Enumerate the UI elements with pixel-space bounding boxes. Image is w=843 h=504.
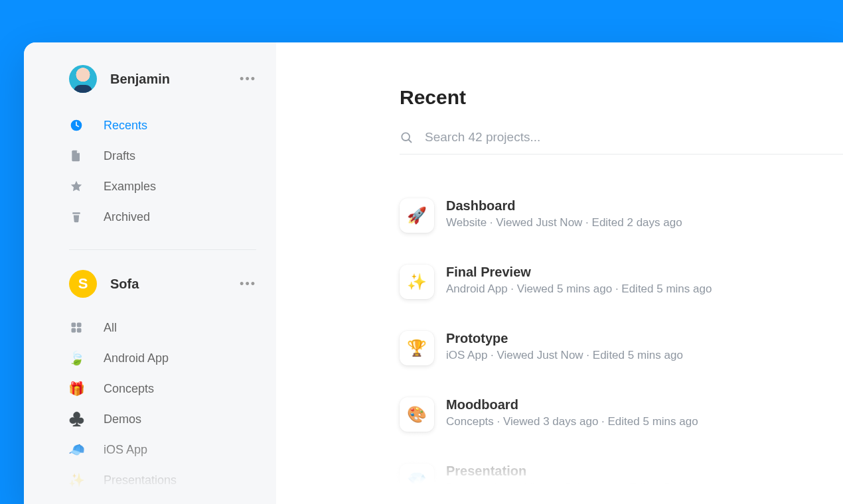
nav-list: RecentsDraftsExamplesArchived [69,110,256,232]
workspace-name: Sofa [110,277,240,292]
project-body: Final PreviewAndroid App · Viewed 5 mins… [446,265,712,296]
project-edited: Edited 5 mins ago [608,415,698,428]
project-meta: Android App · Viewed 5 mins ago · Edited… [446,283,712,296]
nav-item-recents[interactable]: Recents [69,110,256,141]
project-edited: Edited 5 mins ago [629,481,720,494]
user-name: Benjamin [110,72,240,87]
workspace-list: All🍃Android App🎁Concepts♣️Demos🧢iOS App✨… [69,312,256,495]
project-item[interactable]: 🏆PrototypeiOS App · Viewed Just Now · Ed… [400,319,843,385]
project-item[interactable]: 🎨MoodboardConcepts · Viewed 3 days ago ·… [400,385,843,452]
workspace-item-all[interactable]: All [69,312,256,343]
workspace-item-label: Demos [104,412,141,426]
project-category: Website [446,216,487,229]
project-icon: 💎 [400,464,434,498]
project-viewed: Viewed 5 days ago [524,481,619,494]
project-item[interactable]: 💎PresentationPresentations · Viewed 5 da… [400,452,843,504]
sidebar: Benjamin ••• RecentsDraftsExamplesArchiv… [24,42,276,504]
divider [69,249,256,250]
workspace-item-demos[interactable]: ♣️Demos [69,404,256,434]
project-category: Android App [446,283,508,295]
project-meta: Presentations · Viewed 5 days ago · Edit… [446,481,720,495]
workspace-item-icon [69,320,84,335]
project-title: Dashboard [446,198,682,214]
clock-icon [69,118,84,133]
workspace-item-presentations[interactable]: ✨Presentations [69,465,256,495]
project-edited: Edited 2 days ago [592,216,682,229]
workspace-menu-button[interactable]: ••• [240,277,256,291]
workspace-item-concepts[interactable]: 🎁Concepts [69,373,256,404]
project-title: Final Preview [446,265,712,280]
project-item[interactable]: 🚀DashboardWebsite · Viewed Just Now · Ed… [400,186,843,253]
main-content: Recent 🚀DashboardWebsite · Viewed Just N… [276,42,843,504]
workspace-item-icon: 🧢 [69,442,84,457]
project-viewed: Viewed Just Now [497,349,583,361]
search-input[interactable] [425,130,843,145]
workspace-badge[interactable]: S [69,270,97,298]
workspace-item-icon: ✨ [69,473,84,487]
workspace-item-icon: ♣️ [69,412,84,426]
project-edited: Edited 5 mins ago [621,283,712,295]
project-body: PrototypeiOS App · Viewed Just Now · Edi… [446,331,683,362]
project-viewed: Viewed 5 mins ago [517,283,612,295]
project-title: Presentation [446,464,720,479]
user-menu-button[interactable]: ••• [240,72,256,86]
search-icon [400,131,413,144]
project-icon: 🏆 [400,331,434,365]
project-viewed: Viewed Just Now [496,216,582,229]
project-meta: Concepts · Viewed 3 days ago · Edited 5 … [446,415,698,428]
nav-item-drafts[interactable]: Drafts [69,141,256,171]
project-list: 🚀DashboardWebsite · Viewed Just Now · Ed… [400,186,843,504]
nav-label: Archived [104,210,150,224]
project-icon: 🚀 [400,198,434,233]
project-meta: Website · Viewed Just Now · Edited 2 day… [446,216,682,229]
search-container [400,130,843,155]
nav-item-archived[interactable]: Archived [69,202,256,232]
avatar[interactable] [69,65,97,93]
project-category: Presentations [446,481,515,494]
workspace-item-label: iOS App [104,443,147,457]
workspace-item-icon: 🎁 [69,381,84,396]
workspace-item-label: Presentations [104,473,177,487]
nav-label: Recents [104,119,147,133]
app-window: Benjamin ••• RecentsDraftsExamplesArchiv… [24,42,843,504]
project-viewed: Viewed 3 days ago [503,415,598,428]
project-title: Moodboard [446,397,698,412]
project-edited: Edited 5 mins ago [593,349,683,361]
file-icon [69,149,84,163]
nav-label: Drafts [104,149,135,163]
workspace-item-android[interactable]: 🍃Android App [69,343,256,373]
project-title: Prototype [446,331,683,346]
svg-line-1 [409,140,412,143]
nav-label: Examples [104,180,156,194]
page-title: Recent [400,86,843,109]
workspace-item-icon: 🍃 [69,351,84,365]
project-icon: ✨ [400,265,434,299]
project-meta: iOS App · Viewed Just Now · Edited 5 min… [446,349,683,362]
workspace-item-label: Android App [104,351,169,365]
project-category: iOS App [446,349,487,361]
nav-item-examples[interactable]: Examples [69,171,256,202]
star-icon [69,179,84,194]
workspace-item-label: All [104,321,117,335]
user-section: Benjamin ••• [69,65,256,93]
project-body: PresentationPresentations · Viewed 5 day… [446,464,720,495]
project-body: MoodboardConcepts · Viewed 3 days ago · … [446,397,698,428]
trash-icon [69,210,84,224]
workspace-item-label: Concepts [104,382,154,396]
workspace-section: S Sofa ••• [69,270,256,298]
project-body: DashboardWebsite · Viewed Just Now · Edi… [446,198,682,229]
project-item[interactable]: ✨Final PreviewAndroid App · Viewed 5 min… [400,253,843,319]
project-icon: 🎨 [400,397,434,432]
project-category: Concepts [446,415,494,428]
workspace-item-ios[interactable]: 🧢iOS App [69,434,256,465]
